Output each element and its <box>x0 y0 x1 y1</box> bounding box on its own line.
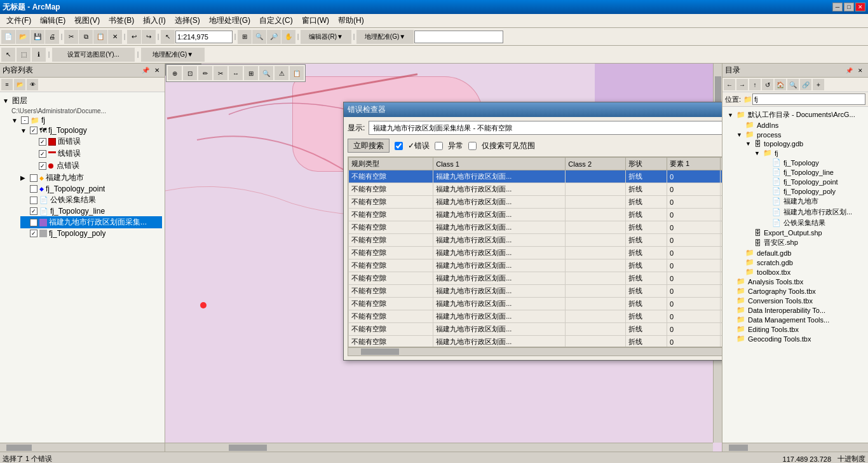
zoom-in[interactable]: 🔍 <box>252 30 266 44</box>
catalog-item[interactable]: 📄 福建九地市 <box>725 196 865 207</box>
table-row[interactable]: 不能有空隙 福建九地市行政区划面... 折线 0 0 Fals <box>349 259 722 272</box>
exceptions-checkbox[interactable] <box>435 142 443 150</box>
layer-fujian-cities[interactable]: ▶ ◆ 福建九地市 <box>20 172 162 184</box>
catalog-item[interactable]: 📁 Data Interoperability To... <box>725 305 865 315</box>
filter-dropdown[interactable]: 福建九地市行政区划面采集结果 - 不能有空隙 <box>369 121 722 135</box>
catalog-item[interactable]: 📄 fj_Topology_point <box>725 177 865 186</box>
table-row[interactable]: 不能有空隙 福建九地市行政区划面... 折线 0 0 False <box>349 272 722 285</box>
catalog-refresh[interactable]: ↺ <box>762 79 773 90</box>
catalog-newitem[interactable]: + <box>813 79 824 90</box>
menu-view[interactable]: 视图(V) <box>71 14 104 27</box>
catalog-item[interactable]: 📄 福建九地市行政区划... <box>725 207 865 218</box>
table-row[interactable]: 不能有空隙 福建九地市行政区划面... 折线 0 0 False <box>349 323 722 336</box>
catalog-item[interactable]: 📄 公铁采集结果 <box>725 218 865 228</box>
layer-fj-topology-line[interactable]: 📄 fj_Topology_line <box>20 206 162 216</box>
layer-point-error[interactable]: 点错误 <box>29 160 162 172</box>
table-row[interactable]: 不能有空隙 福建九地市行政区划面... 折线 0 0 Fals <box>349 234 722 247</box>
table-row[interactable]: 不能有空隙 福建九地市行政区划面... 折线 0 0 False <box>349 336 722 348</box>
catalog-item[interactable]: 📄 fj_Topology <box>725 158 865 167</box>
layer-select[interactable]: 设置可选图层(Y)... <box>52 48 135 62</box>
cat-expand[interactable]: ▼ <box>736 132 744 138</box>
point-error-check[interactable] <box>39 162 46 170</box>
catalog-item[interactable]: 📁 Editing Tools.tbx <box>725 324 865 334</box>
layer-fujian-admin-selected[interactable]: 福建九地市行政区划面采集... <box>20 216 162 228</box>
catalog-back[interactable]: ← <box>724 79 735 90</box>
menu-edit[interactable]: 编辑(E) <box>36 14 69 27</box>
fujian-cities-expand[interactable]: ▶ <box>20 174 28 181</box>
layer-fj-topology-point[interactable]: ◆ fj_Topology_point <box>20 184 162 194</box>
copy-button[interactable]: ⧉ <box>79 30 93 44</box>
delete-button[interactable]: ✕ <box>108 30 122 44</box>
print-button[interactable]: 🖨 <box>45 30 59 44</box>
content-panel-hscroll[interactable] <box>0 443 165 452</box>
zoom-out[interactable]: 🔎 <box>267 30 281 44</box>
geoconfig-dropdown[interactable]: 地理配准(G)▼ <box>356 30 414 44</box>
redo-button[interactable]: ↪ <box>142 30 156 44</box>
catalog-connect[interactable]: 🔗 <box>800 79 811 90</box>
zoom-full[interactable]: ⊞ <box>238 30 252 44</box>
catalog-home[interactable]: 🏠 <box>775 79 786 90</box>
geoconfig2[interactable]: 地理配准(G)▼ <box>141 48 205 62</box>
table-row[interactable]: 不能有空隙 福建九地市行政区划面... 折线 0 0 Fals <box>349 196 722 209</box>
layer-fj-topology[interactable]: ▼ 🗺 fj_Topology <box>20 125 162 135</box>
open-button[interactable]: 📂 <box>16 30 30 44</box>
save-button[interactable]: 💾 <box>31 30 44 44</box>
layer-fj-topology-poly[interactable]: fj_Topology_poly <box>20 228 162 238</box>
topology-btn8[interactable]: ⚠ <box>275 66 288 80</box>
catalog-item[interactable]: 📁 Cartography Tools.tbx <box>725 286 865 296</box>
select-tool[interactable]: ↖ <box>1 48 15 62</box>
menu-insert[interactable]: 插入(I) <box>139 14 169 27</box>
menu-select[interactable]: 选择(S) <box>171 14 204 27</box>
layers-expand[interactable]: ▼ <box>3 97 10 104</box>
search-button[interactable]: 立即搜索 <box>348 139 390 153</box>
layer-fj-group[interactable]: ▼ fj <box>11 115 162 125</box>
catalog-hscroll[interactable] <box>722 443 868 452</box>
table-row[interactable]: 不能有空隙 福建九地市行政区划面... 折线 0 0 Fals <box>349 221 722 234</box>
table-hscroll[interactable] <box>348 347 722 356</box>
catalog-item[interactable]: 📄 fj_Topology_poly <box>725 186 865 196</box>
menu-bookmark[interactable]: 书签(B) <box>105 14 138 27</box>
catalog-item[interactable]: 🗄 Export_Output.shp <box>725 228 865 237</box>
menu-help[interactable]: 帮助(H) <box>334 14 368 27</box>
catalog-item[interactable]: 🗄 晋安区.shp <box>725 237 865 248</box>
face-error-check[interactable] <box>39 138 46 146</box>
table-row[interactable]: 不能有空隙 福建九地市行政区划面... 折线 0 0 Fals <box>349 209 722 221</box>
error-table-wrapper[interactable]: 规则类型 Class 1 Class 2 形状 要素 1 要素 2 异常 不能有… <box>348 156 722 347</box>
map-area[interactable]: 拓扑 ─ ✕ ⊕ ⊡ ✏ ✂ ↔ ⊞ 🔍 ⚠ 📋 <box>165 64 722 452</box>
layer-face-error[interactable]: 面错误 <box>29 135 162 148</box>
table-row[interactable]: 不能有空隙 福建九地市行政区划面... 折线 0 0 Fals <box>349 247 722 259</box>
fj-topology-expand[interactable]: ▼ <box>20 127 28 134</box>
catalog-item[interactable]: 📁 Geocoding Tools.tbx <box>725 334 865 343</box>
search-input[interactable] <box>414 31 503 43</box>
menu-geoprocess[interactable]: 地理处理(G) <box>205 14 254 27</box>
catalog-up[interactable]: ↑ <box>749 79 761 90</box>
fj-check[interactable] <box>21 116 29 124</box>
topology-btn6[interactable]: ⊞ <box>244 66 258 80</box>
catalog-item[interactable]: ▼ 📁 fj <box>725 148 865 158</box>
visible-range-checkbox[interactable] <box>468 142 477 150</box>
new-button[interactable]: 📄 <box>1 30 15 44</box>
catalog-item[interactable]: 📄 fj_Topology_line <box>725 167 865 177</box>
railway-check[interactable] <box>30 197 37 204</box>
topology-btn3[interactable]: ✏ <box>198 66 212 80</box>
catalog-forward[interactable]: → <box>736 79 748 90</box>
catalog-item[interactable]: 📁 AddIns <box>725 120 865 130</box>
topology-btn2[interactable]: ⊡ <box>183 66 197 80</box>
table-row[interactable]: 不能有空隙 福建九地市行政区划面... 折线 0 0 False <box>349 298 722 310</box>
catalog-item[interactable]: 📁 default.gdb <box>725 248 865 258</box>
undo-button[interactable]: ↩ <box>127 30 141 44</box>
fujian-admin-check[interactable] <box>30 219 37 226</box>
errors-checkbox[interactable] <box>395 142 403 150</box>
catalog-item[interactable]: ▼ 🗄 topology.gdb <box>725 139 865 148</box>
fj-topology-poly-check[interactable] <box>30 230 37 237</box>
minimize-button[interactable]: ─ <box>832 3 843 11</box>
menu-window[interactable]: 窗口(W) <box>298 14 333 27</box>
topology-btn5[interactable]: ↔ <box>229 66 243 80</box>
select-elements[interactable]: ⬚ <box>17 48 31 62</box>
catalog-item[interactable]: 📁 toolbox.tbx <box>725 267 865 277</box>
catalog-close[interactable]: ✕ <box>855 66 865 76</box>
catalog-pin[interactable]: 📌 <box>844 66 854 76</box>
content-panel-pin[interactable]: 📌 <box>140 66 151 76</box>
topology-btn4[interactable]: ✂ <box>214 66 227 80</box>
list-by-drawing-order[interactable]: ≡ <box>1 79 13 90</box>
